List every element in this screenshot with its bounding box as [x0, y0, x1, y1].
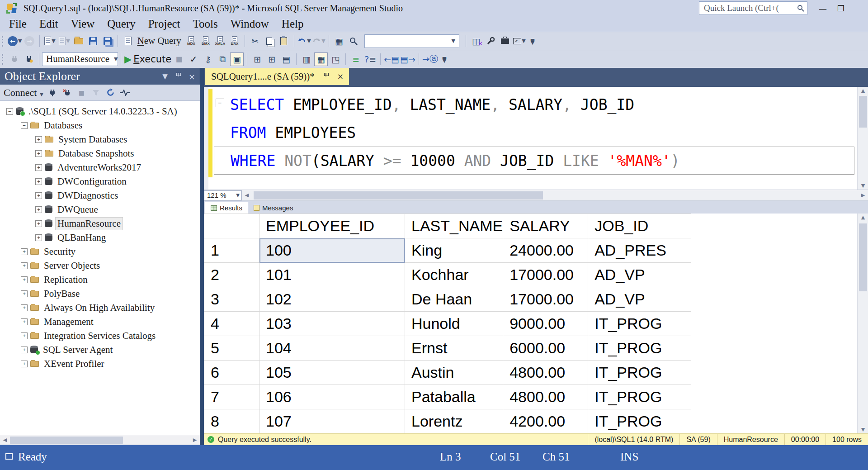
- menu-project[interactable]: Project: [142, 16, 187, 32]
- grid-cell[interactable]: Ernst: [405, 336, 503, 361]
- tree-item-xevent-profiler[interactable]: +XEvent Profiler: [0, 357, 200, 371]
- expand-icon[interactable]: +: [35, 220, 42, 227]
- expand-icon[interactable]: +: [21, 262, 28, 269]
- close-icon[interactable]: ×: [189, 72, 195, 81]
- increase-indent-icon[interactable]: ▤→: [400, 52, 415, 66]
- tree-item-dwqueue[interactable]: +DWQueue: [0, 203, 200, 217]
- grid-cell[interactable]: 102: [259, 287, 405, 312]
- grid-cell[interactable]: 9000.00: [503, 312, 588, 336]
- grid-cell[interactable]: IT_PROG: [588, 336, 691, 361]
- sql-code-editor[interactable]: −SELECT EMPLOYEE_ID, LAST_NAME, SALARY, …: [204, 87, 868, 190]
- toolbar2-overflow-button[interactable]: ▬▼: [442, 56, 447, 62]
- object-explorer-titlebar[interactable]: Object Explorer ▼ ×: [0, 68, 200, 85]
- tree-item-dwdiagnostics[interactable]: +DWDiagnostics: [0, 189, 200, 203]
- grid-cell[interactable]: IT_PROG: [588, 361, 691, 385]
- new-file-button[interactable]: ▼: [43, 34, 57, 48]
- comment-lines-icon[interactable]: ≡: [349, 52, 363, 66]
- grid-corner-cell[interactable]: [204, 214, 259, 238]
- redo-button[interactable]: ▼: [312, 34, 326, 48]
- tree-item-always-on-high-availability[interactable]: +Always On High Availability: [0, 301, 200, 315]
- grid-cell[interactable]: Pataballa: [405, 385, 503, 409]
- tree-item-database-snapshots[interactable]: +Database Snapshots: [0, 147, 200, 161]
- grid-cell[interactable]: 105: [259, 361, 405, 385]
- grid-cell[interactable]: AD_VP: [588, 263, 691, 287]
- tree-item-system-databases[interactable]: +System Databases: [0, 133, 200, 147]
- copy-button[interactable]: [263, 34, 276, 48]
- expand-icon[interactable]: +: [35, 234, 42, 241]
- tree-item-qlbanhang[interactable]: +QLBanHang: [0, 231, 200, 245]
- expand-icon[interactable]: +: [21, 361, 28, 367]
- expand-icon[interactable]: +: [35, 136, 42, 143]
- tab-messages[interactable]: Messages: [248, 202, 298, 214]
- save-button[interactable]: [86, 34, 100, 48]
- menu-edit[interactable]: Edit: [33, 16, 65, 32]
- results-vscrollbar[interactable]: ▲ ▼: [857, 214, 868, 433]
- new-query-icon[interactable]: [121, 34, 135, 48]
- decrease-indent-icon[interactable]: ←▤: [384, 52, 399, 66]
- tree-item-replication[interactable]: +Replication: [0, 273, 200, 287]
- save-all-button[interactable]: [101, 34, 114, 48]
- cut-button[interactable]: ✂: [248, 34, 262, 48]
- expand-icon[interactable]: +: [35, 192, 42, 199]
- hscroll-thumb[interactable]: [254, 191, 543, 199]
- paste-button[interactable]: [277, 34, 291, 48]
- grid-cell[interactable]: 17000.00: [503, 287, 588, 312]
- fold-collapse-icon[interactable]: −: [216, 99, 224, 107]
- expand-icon[interactable]: +: [21, 347, 28, 353]
- collapse-icon[interactable]: −: [6, 108, 13, 115]
- scroll-left-icon[interactable]: ◀: [242, 190, 252, 200]
- vscroll-thumb[interactable]: [859, 223, 867, 291]
- scroll-right-icon[interactable]: ▶: [858, 190, 868, 200]
- command-window-icon[interactable]: >▼: [513, 34, 526, 48]
- collapse-icon[interactable]: −: [21, 122, 28, 129]
- tab-pin-icon[interactable]: [323, 72, 329, 81]
- uncomment-lines-icon[interactable]: ?≡: [363, 52, 377, 66]
- hscroll-thumb[interactable]: [10, 437, 123, 444]
- filter-icon[interactable]: [89, 86, 103, 100]
- expand-icon[interactable]: +: [35, 206, 42, 213]
- row-number-cell[interactable]: 3: [204, 287, 259, 312]
- grid-cell[interactable]: IT_PROG: [588, 312, 691, 336]
- grid-cell[interactable]: IT_PROG: [588, 385, 691, 409]
- change-connection-icon[interactable]: [22, 52, 36, 66]
- editor-hscrollbar[interactable]: 121 % ▼ ◀ ▶: [204, 190, 868, 201]
- scroll-up-icon[interactable]: ▲: [858, 214, 868, 220]
- new-query-button[interactable]: New Query: [137, 35, 181, 47]
- grid-cell[interactable]: 106: [259, 385, 405, 409]
- client-statistics-icon[interactable]: ▤: [279, 52, 293, 66]
- scroll-right-icon[interactable]: ▶: [190, 435, 200, 445]
- scroll-up-icon[interactable]: ▲: [858, 88, 868, 94]
- connect-button[interactable]: Connect ▼: [4, 87, 43, 99]
- open-file-button[interactable]: [72, 34, 85, 48]
- menu-file[interactable]: File: [3, 16, 33, 32]
- document-tab[interactable]: SQLQuery1....e (SA (59))* ×: [205, 68, 349, 85]
- menu-window[interactable]: Window: [224, 16, 275, 32]
- code-line-2[interactable]: FROM EMPLOYEES: [214, 119, 854, 147]
- row-number-cell[interactable]: 7: [204, 385, 259, 409]
- row-number-cell[interactable]: 4: [204, 312, 259, 336]
- toolbar-grip-2[interactable]: [2, 54, 5, 65]
- grid-cell[interactable]: 103: [259, 312, 405, 336]
- editor-vscrollbar[interactable]: ▲ ▼: [857, 87, 868, 190]
- display-estimated-plan-icon[interactable]: ⚷: [201, 52, 215, 66]
- grid-cell[interactable]: De Haan: [405, 287, 503, 312]
- tree-item-adventureworks2017[interactable]: +AdventureWorks2017: [0, 161, 200, 175]
- grid-cell[interactable]: IT_PROG: [588, 409, 691, 434]
- object-explorer-hscrollbar[interactable]: ◀ ▶: [0, 435, 200, 445]
- results-to-text-icon[interactable]: ▥: [300, 52, 313, 66]
- navigate-back-button[interactable]: ←▼: [8, 34, 22, 48]
- tree-item-databases[interactable]: −Databases: [0, 119, 200, 133]
- query-options-icon[interactable]: ⧉: [216, 52, 229, 66]
- connect-db-icon[interactable]: [8, 52, 21, 66]
- connect-plug-icon[interactable]: [46, 86, 59, 100]
- new-mdx-query-button[interactable]: MDX: [184, 34, 198, 48]
- tree-item-polybase[interactable]: +PolyBase: [0, 287, 200, 301]
- activity-monitor-icon[interactable]: [118, 86, 132, 100]
- grid-cell[interactable]: 100: [259, 238, 405, 263]
- expand-icon[interactable]: +: [21, 290, 28, 297]
- grid-cell[interactable]: Austin: [405, 361, 503, 385]
- undo-button[interactable]: ▼: [297, 34, 311, 48]
- new-dmx-query-button[interactable]: DMX: [199, 34, 212, 48]
- tree-item-humanresource[interactable]: +HumanResource: [0, 217, 200, 231]
- tree-item-sql-server-agent[interactable]: +SQL Server Agent: [0, 343, 200, 357]
